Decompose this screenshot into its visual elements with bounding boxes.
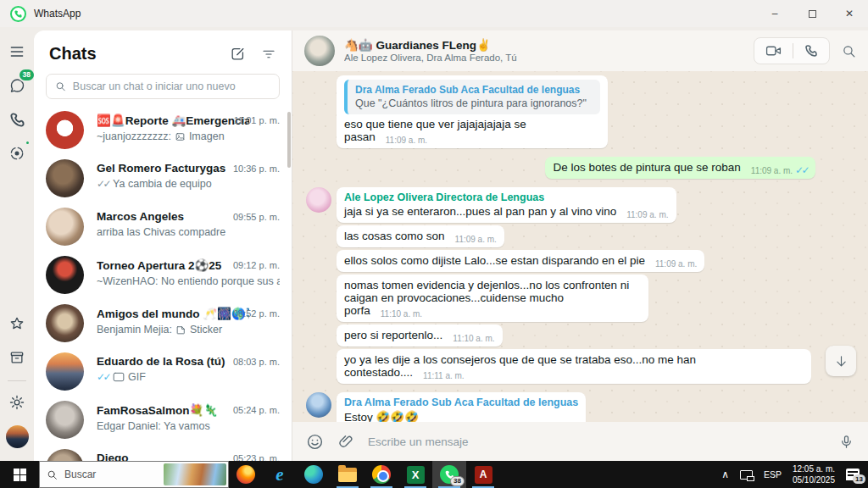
minimize-button[interactable]: –	[756, 0, 793, 27]
chat-row-torneo[interactable]: Torneo Apertura 2⚽25 09:12 p. m. ~WizenH…	[34, 251, 292, 299]
tray-clock[interactable]: 12:05 a. m. 05/10/2025	[793, 463, 835, 485]
rail-divider	[8, 380, 26, 381]
read-ticks-icon: ✓✓	[97, 371, 109, 383]
taskbar-acrobat-icon[interactable]: A	[466, 461, 500, 488]
call-buttons	[754, 37, 830, 64]
avatar	[46, 352, 84, 391]
conversation-title: 🐴🤖 Guardianes FLeng✌️	[344, 39, 517, 53]
nav-status-button[interactable]	[3, 139, 31, 168]
taskbar-firefox-icon[interactable]	[229, 461, 263, 488]
message[interactable]: yo ya les dije a los consejeros que de q…	[337, 349, 811, 384]
menu-button[interactable]	[3, 37, 31, 66]
taskbar-search-input[interactable]	[64, 469, 149, 480]
window-title: WhatsApp	[34, 8, 81, 19]
nav-starred-button[interactable]	[3, 309, 31, 338]
quoted-message[interactable]: Dra Alma Ferado Sub Aca Facultad de leng…	[344, 80, 600, 114]
chats-unread-badge: 38	[18, 68, 36, 82]
conversation-panel: 🐴🤖 Guardianes FLeng✌️ Ale Lopez Olivera,…	[292, 30, 868, 461]
emoji-icon[interactable]	[306, 433, 324, 451]
chat-row-diego[interactable]: Diego 05:23 p. m.	[34, 444, 292, 461]
taskbar-whatsapp-icon[interactable]: 38	[432, 461, 466, 488]
message[interactable]: las cosas como son11:09 a. m.	[337, 225, 504, 247]
tray-chevron-up-icon[interactable]: ∧	[721, 469, 729, 480]
message[interactable]: nomas tomen evidencia y dejenlos...no lo…	[337, 274, 648, 322]
taskbar-edge-icon[interactable]	[297, 461, 331, 488]
nav-rail: 38	[0, 27, 34, 461]
chat-list-panel: Chats 🆘🚨Reporte 🚑Emergencia... 11:01 p.	[34, 30, 292, 461]
notification-center-icon[interactable]: 13	[846, 469, 860, 480]
window-titlebar: WhatsApp – ✕	[0, 0, 868, 27]
sender-avatar[interactable]	[306, 392, 331, 418]
nav-archived-button[interactable]	[3, 343, 31, 372]
group-avatar[interactable]	[304, 36, 335, 66]
nav-settings-button[interactable]	[3, 388, 31, 417]
sender-name[interactable]: Ale Lopez Olivera Directora de Lenguas	[344, 191, 669, 203]
conversation-members: Ale Lopez Olivera, Dra Alma Ferado, Tú	[344, 53, 517, 63]
chat-row-famrosa[interactable]: FamRosaSalmon💐🦎 05:24 p. m. Edgar Daniel…	[34, 396, 292, 444]
read-ticks-icon: ✓✓	[795, 164, 808, 176]
attach-icon[interactable]	[337, 433, 354, 450]
avatar	[46, 111, 84, 149]
conversation-search-icon[interactable]	[842, 44, 856, 58]
notification-badge: 13	[853, 474, 865, 484]
avatar	[46, 401, 84, 439]
profile-avatar-image	[6, 425, 29, 448]
chat-row-eduardo[interactable]: Eduardo de la Rosa (tú) 08:03 p. m. ✓✓ G…	[34, 347, 292, 396]
chat-row-marcos[interactable]: Marcos Angeles 09:55 p. m. arriba las Ch…	[34, 202, 292, 251]
video-call-button[interactable]	[754, 38, 793, 64]
gif-icon	[113, 372, 125, 382]
conversation-header[interactable]: 🐴🤖 Guardianes FLeng✌️ Ale Lopez Olivera,…	[292, 30, 868, 71]
sticker-icon	[175, 324, 186, 336]
message[interactable]: ellos solos como dijiste Lalo...se estan…	[337, 250, 704, 272]
chats-title: Chats	[49, 44, 97, 64]
filter-icon[interactable]	[261, 47, 276, 62]
search-highlight-image[interactable]	[164, 463, 226, 485]
message-outgoing[interactable]: De los botes de pintura que se roban11:0…	[545, 157, 815, 179]
new-chat-icon[interactable]	[230, 46, 246, 62]
image-icon	[175, 131, 186, 142]
avatar	[46, 159, 84, 197]
taskbar-ie-icon[interactable]: e	[263, 461, 297, 488]
sender-avatar[interactable]	[306, 187, 331, 213]
windows-taskbar: e X 38 A ∧ ESP 12:05 a. m. 05/10/2025 13	[0, 461, 868, 488]
composer-bar	[292, 422, 868, 461]
nav-calls-button[interactable]	[3, 105, 31, 134]
taskbar-excel-icon[interactable]: X	[398, 461, 432, 488]
message-list: Dra Alma Ferado Sub Aca Facultad de leng…	[292, 71, 868, 422]
message[interactable]: pero si reportenlo...11:10 a. m.	[337, 324, 503, 347]
voice-call-button[interactable]	[793, 38, 829, 64]
chat-row-reporte[interactable]: 🆘🚨Reporte 🚑Emergencia... 11:01 p. m. ~ju…	[34, 106, 292, 154]
status-new-dot	[25, 140, 31, 146]
delivered-ticks-icon: ✓✓	[97, 178, 109, 190]
chat-list-scrollbar[interactable]	[287, 112, 291, 168]
tray-network-icon[interactable]	[740, 470, 753, 480]
whatsapp-logo-icon	[10, 6, 26, 22]
scroll-to-bottom-button[interactable]	[826, 346, 856, 376]
chat-row-amigos[interactable]: Amigos del mundo 🥂🎆🌎✈️ 08:52 p. m. Benja…	[34, 299, 292, 347]
search-icon	[47, 469, 58, 480]
chat-search-input[interactable]	[73, 80, 270, 92]
taskbar-search-box[interactable]	[39, 461, 229, 488]
tray-language[interactable]: ESP	[764, 469, 782, 480]
chat-rows: 🆘🚨Reporte 🚑Emergencia... 11:01 p. m. ~ju…	[34, 106, 292, 461]
taskbar-chrome-icon[interactable]	[364, 461, 398, 488]
close-button[interactable]: ✕	[831, 0, 868, 27]
chat-row-gel-romero[interactable]: Gel Romero Facturygas 10:36 p. m. ✓✓ Ya …	[34, 154, 292, 202]
start-button[interactable]	[0, 461, 39, 488]
sender-name[interactable]: Dra Alma Ferado Sub Aca Facultad de leng…	[344, 396, 578, 408]
chat-search-box[interactable]	[46, 74, 280, 99]
message-input[interactable]	[368, 435, 825, 448]
avatar	[46, 208, 84, 246]
restore-button[interactable]	[793, 0, 831, 27]
message[interactable]: Ale Lopez Olivera Directora de Lenguas j…	[337, 187, 676, 223]
taskbar-file-explorer-icon[interactable]	[331, 461, 364, 488]
mic-icon[interactable]	[838, 434, 854, 450]
message[interactable]: Dra Alma Ferado Sub Aca Facultad de leng…	[337, 75, 608, 148]
avatar	[46, 449, 84, 461]
avatar	[46, 304, 84, 342]
profile-avatar[interactable]	[3, 422, 31, 451]
nav-chats-button[interactable]: 38	[3, 71, 31, 100]
message[interactable]: Dra Alma Ferado Sub Aca Facultad de leng…	[337, 392, 586, 422]
whatsapp-window: 38 Chats	[0, 27, 868, 461]
windows-logo-icon	[14, 469, 26, 481]
